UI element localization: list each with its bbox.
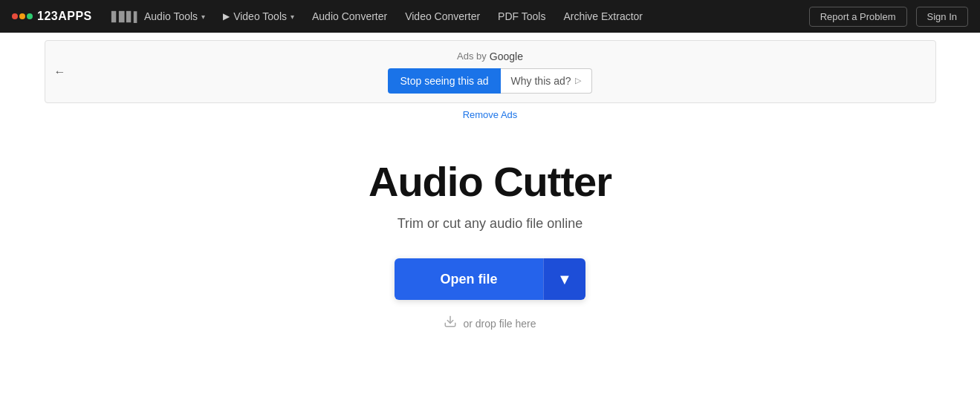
brand-name: 123APPS bbox=[37, 10, 92, 23]
page-subtitle: Trim or cut any audio file online bbox=[397, 216, 583, 232]
audio-tools-label: Audio Tools bbox=[144, 10, 198, 22]
google-label: Google bbox=[490, 50, 523, 62]
ads-by-label: Ads by bbox=[457, 50, 487, 62]
ad-back-arrow[interactable]: ← bbox=[54, 65, 66, 79]
nav-audio-tools[interactable]: ▋▊▋▌ Audio Tools ▾ bbox=[104, 0, 212, 33]
main-content: ← Ads by Google Stop seeing this ad Why … bbox=[0, 33, 980, 347]
page-title: Audio Cutter bbox=[369, 157, 611, 206]
sign-in-button[interactable]: Sign In bbox=[916, 7, 968, 27]
flag-icon: ▷ bbox=[575, 76, 581, 85]
chevron-down-icon: ▼ bbox=[557, 271, 572, 288]
archive-extractor-label: Archive Extractor bbox=[563, 10, 643, 22]
navbar: 123APPS ▋▊▋▌ Audio Tools ▾ ▶ Video Tools… bbox=[0, 0, 980, 33]
video-converter-label: Video Converter bbox=[405, 10, 480, 22]
download-icon bbox=[444, 315, 457, 332]
remove-ads-link[interactable]: Remove Ads bbox=[463, 109, 518, 120]
logo-dot-green bbox=[27, 13, 33, 19]
logo-dots bbox=[12, 13, 33, 19]
ad-banner: ← Ads by Google Stop seeing this ad Why … bbox=[45, 40, 936, 103]
hero-section: Audio Cutter Trim or cut any audio file … bbox=[354, 120, 626, 347]
why-this-ad-button[interactable]: Why this ad? ▷ bbox=[501, 68, 592, 94]
pdf-tools-label: PDF Tools bbox=[498, 10, 545, 22]
drop-zone: or drop file here bbox=[444, 315, 536, 332]
brand-logo[interactable]: 123APPS bbox=[12, 10, 92, 23]
why-ad-label: Why this ad? bbox=[511, 75, 571, 87]
audio-tools-chevron: ▾ bbox=[201, 13, 205, 21]
video-tools-chevron: ▾ bbox=[291, 13, 294, 21]
nav-video-tools[interactable]: ▶ Video Tools ▾ bbox=[215, 0, 302, 33]
ads-by-google: Ads by Google bbox=[457, 50, 523, 62]
open-file-button[interactable]: Open file bbox=[395, 258, 543, 300]
nav-pdf-tools[interactable]: PDF Tools bbox=[490, 0, 553, 33]
nav-audio-converter[interactable]: Audio Converter bbox=[305, 0, 395, 33]
logo-dot-yellow bbox=[19, 13, 25, 19]
audio-converter-label: Audio Converter bbox=[312, 10, 387, 22]
open-file-group: Open file ▼ bbox=[395, 258, 585, 300]
ad-actions: Stop seeing this ad Why this ad? ▷ bbox=[388, 68, 591, 94]
drop-label: or drop file here bbox=[463, 318, 536, 330]
nav-archive-extractor[interactable]: Archive Extractor bbox=[556, 0, 650, 33]
audio-waveform-icon: ▋▊▋▌ bbox=[111, 11, 140, 22]
report-problem-button[interactable]: Report a Problem bbox=[809, 7, 907, 27]
open-file-dropdown-button[interactable]: ▼ bbox=[543, 258, 585, 300]
sign-in-label: Sign In bbox=[927, 11, 957, 22]
stop-seeing-ad-button[interactable]: Stop seeing this ad bbox=[388, 68, 500, 94]
video-icon: ▶ bbox=[223, 11, 230, 22]
nav-video-converter[interactable]: Video Converter bbox=[397, 0, 487, 33]
video-tools-label: Video Tools bbox=[233, 10, 287, 22]
report-problem-label: Report a Problem bbox=[820, 11, 896, 22]
logo-dot-red bbox=[12, 13, 18, 19]
